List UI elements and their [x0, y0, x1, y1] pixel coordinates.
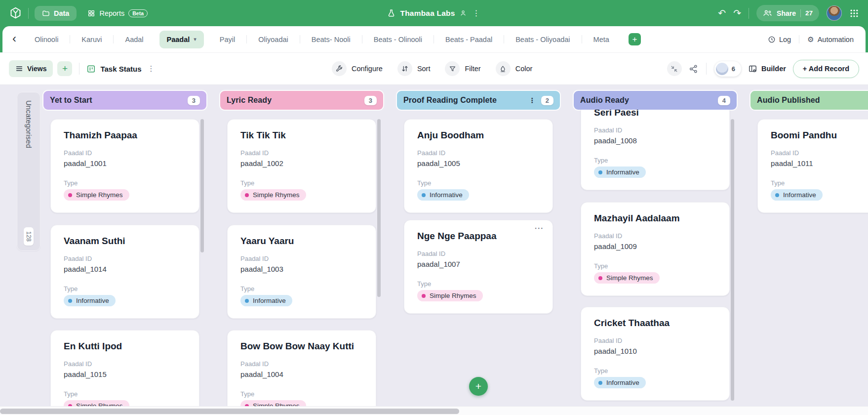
collaborators-button[interactable]: 6 [714, 61, 741, 77]
tab-meta[interactable]: Meta [582, 26, 621, 52]
redo-icon[interactable]: ↷ [733, 8, 741, 18]
badge-dot [598, 170, 602, 174]
kanban-card[interactable]: Vaanam Suthi Paadal ID paadal_1014 Type … [50, 225, 199, 319]
badge-dot [598, 381, 602, 385]
tab-olinooli[interactable]: Olinooli [23, 26, 70, 52]
card-id-label: Paadal ID [417, 250, 540, 257]
share-view-icon[interactable] [689, 64, 698, 74]
tab-payil[interactable]: Payil [208, 26, 246, 52]
tabs-scroll-left-icon[interactable]: ‹ [7, 32, 23, 47]
type-badge: Informative [594, 377, 646, 388]
configure-button[interactable]: Configure [332, 61, 383, 76]
reports-grid-icon [87, 9, 95, 17]
stack-count-badge: 3 [188, 96, 200, 105]
column-scrollbar[interactable] [200, 119, 204, 252]
apps-grid-icon[interactable] [849, 8, 859, 18]
add-table-button[interactable]: + [629, 33, 641, 45]
workspace-title[interactable]: Thambaa Labs [400, 9, 455, 18]
add-card-button[interactable]: + [469, 377, 488, 396]
horizontal-scrollbar-thumb[interactable] [0, 409, 459, 414]
stack-audio-ready: Audio Ready 4 Seri Paesi Paadal ID paada… [574, 91, 737, 406]
type-badge: Informative [594, 166, 646, 178]
log-label: Log [779, 36, 791, 43]
beta-badge: Beta [128, 9, 148, 17]
card-id-label: Paadal ID [594, 126, 716, 134]
views-button[interactable]: Views [9, 60, 53, 77]
tab-beats-olinooli[interactable]: Beats - Olinooli [362, 26, 434, 52]
table-tabbar-wrap: ‹ Olinooli Karuvi Aadal Paadal ▾ Payil O… [0, 26, 868, 52]
add-view-button[interactable]: + [57, 61, 72, 76]
nocodb-logo-icon[interactable] [9, 6, 22, 20]
reports-tab[interactable]: Reports Beta [82, 6, 153, 21]
stack-uncategorised-collapsed[interactable]: Uncategorised 128 [17, 92, 40, 251]
view-menu-icon[interactable]: ⋮ [146, 64, 157, 73]
folder-icon [42, 9, 50, 17]
tab-paadal-active[interactable]: Paadal ▾ [159, 31, 204, 48]
automation-button[interactable]: ⚙ Automation [807, 36, 854, 43]
tab-oliyoadai[interactable]: Oliyoadai [247, 26, 299, 52]
type-badge: Simple Rhymes [417, 290, 483, 301]
data-tab-label: Data [54, 9, 69, 17]
toolbar-divider [79, 63, 79, 75]
stack-header-proof-reading-complete[interactable]: Proof Reading Complete ⋮ 2 [397, 91, 560, 110]
tab-beats-nooli[interactable]: Beats- Nooli [300, 26, 362, 52]
badge-dot [422, 193, 426, 197]
tab-aadal[interactable]: Aadal [114, 26, 155, 52]
kanban-card[interactable]: Thamizh Paapaa Paadal ID paadal_1001 Typ… [50, 119, 199, 213]
view-name[interactable]: Task Status [100, 65, 141, 73]
kanban-card[interactable]: ⋯ Nge Nge Paappaa Paadal ID paadal_1007 … [404, 220, 553, 314]
kanban-card[interactable]: Boomi Pandhu Paadal ID paadal_1011 Type … [757, 119, 868, 213]
kanban-card[interactable]: Yaaru Yaaru Paadal ID paadal_1003 Type I… [227, 225, 376, 319]
kanban-card[interactable]: Mazhayil Aadalaam Paadal ID paadal_1009 … [581, 202, 730, 296]
card-id-label: Paadal ID [594, 337, 716, 344]
undo-icon[interactable]: ↶ [718, 8, 726, 18]
card-more-icon[interactable]: ⋯ [534, 222, 545, 234]
views-label: Views [27, 65, 46, 73]
column-scrollbar[interactable] [377, 119, 381, 297]
collapse-icon[interactable] [667, 61, 682, 76]
type-badge: Informative [64, 295, 116, 306]
clock-icon [768, 36, 776, 43]
kanban-card[interactable]: Anju Boodham Paadal ID paadal_1005 Type … [404, 119, 553, 213]
add-record-button[interactable]: + Add Record [793, 60, 859, 78]
collaborator-count: 6 [728, 65, 740, 73]
badge-dot [68, 299, 72, 303]
stack-header-audio-ready[interactable]: Audio Ready 4 [574, 91, 737, 110]
stack-header-yet-to-start[interactable]: Yet to Start 3 [43, 91, 206, 110]
kanban-card[interactable]: Tik Tik Tik Paadal ID paadal_1002 Type S… [227, 119, 376, 213]
sort-arrows-icon [397, 61, 412, 76]
topbar-divider-right [749, 8, 749, 19]
user-avatar[interactable] [827, 5, 842, 21]
share-count: 27 [805, 9, 813, 17]
data-tab[interactable]: Data [35, 6, 77, 21]
kanban-card[interactable]: Seri Paesi Paadal ID paadal_1008 Type In… [581, 110, 730, 190]
stack-title: Audio Ready [580, 96, 629, 105]
color-button[interactable]: Color [496, 61, 533, 76]
tab-karuvi[interactable]: Karuvi [70, 26, 113, 52]
card-id-label: Paadal ID [240, 149, 363, 157]
sort-button[interactable]: Sort [397, 61, 431, 76]
share-button[interactable]: Share 27 [756, 5, 819, 21]
tab-tools-divider [799, 35, 799, 43]
card-type-label: Type [64, 390, 186, 398]
card-id-label: Paadal ID [417, 149, 540, 157]
tab-beats-paadal[interactable]: Beats - Paadal [434, 26, 504, 52]
tab-beats-oliyoadai[interactable]: Beats - Oliyoadai [504, 26, 581, 52]
type-badge: Simple Rhymes [64, 189, 129, 201]
filter-button[interactable]: Filter [445, 61, 480, 76]
column-scrollbar[interactable] [731, 119, 734, 401]
builder-button[interactable]: Builder [748, 64, 786, 74]
kanban-card[interactable]: En Kutti Ipod Paadal ID paadal_1015 Type… [50, 330, 199, 406]
stack-header-lyric-ready[interactable]: Lyric Ready 3 [220, 91, 383, 110]
kanban-card[interactable]: Bow Bow Bow Naay Kutti Paadal ID paadal_… [227, 330, 376, 406]
kanban-card[interactable]: Cricket Thaathaa Paadal ID paadal_1010 T… [581, 307, 730, 401]
table-tabbar: ‹ Olinooli Karuvi Aadal Paadal ▾ Payil O… [2, 26, 866, 52]
builder-panel-icon [748, 64, 757, 74]
card-title: Vaanam Suthi [64, 235, 186, 247]
stack-title: Proof Reading Complete [403, 96, 497, 105]
log-button[interactable]: Log [768, 36, 791, 43]
uncategorised-label: Uncategorised [25, 100, 33, 148]
stack-menu-icon[interactable]: ⋮ [528, 96, 537, 104]
workspace-menu-icon[interactable]: ⋮ [471, 8, 481, 18]
stack-header-audio-published[interactable]: Audio Published [750, 91, 868, 110]
